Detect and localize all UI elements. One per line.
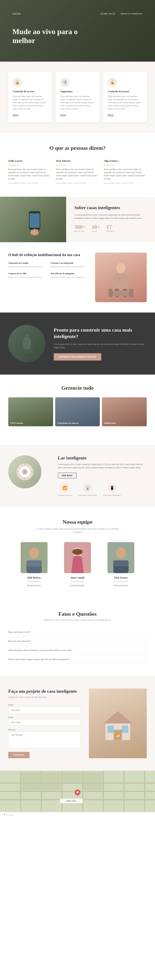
manage-heading: Gerencie tudo [8,385,147,391]
member-link-3[interactable]: Imagem do Projeto [102,584,139,586]
author-1: Stella Larsen [8,159,51,162]
faq-item-4[interactable]: Nam sit amet dolor etiquet, tempor quis … [8,655,147,664]
name-group: Name [8,704,81,713]
faq-arrow-2: › [146,640,147,643]
svg-rect-18 [23,337,31,350]
email-input[interactable] [8,719,81,725]
message-input[interactable] [8,732,81,748]
manage-img-label-1: CFTV externo [10,422,23,424]
cta-text: Lorem ipsum dolor sit amet, consectetur … [54,342,147,349]
feature-more-3[interactable]: MAIS [108,114,114,116]
contact-sub: Sample text. Click to select the Text El… [8,695,81,699]
svg-marker-41 [103,711,132,724]
hub-feature-desc-4: Sample text. Click to select the Text El… [51,276,89,279]
contact-image: 📶 [89,689,147,758]
avatar-bob-svg [21,542,47,573]
about-section: Sobre casas inteligentes Lorem ipsum dol… [0,197,155,242]
hero-section: logo HOME PAGE ABOUT COMPANY Mude ao viv… [0,0,155,62]
svg-rect-62 [43,784,61,790]
hub-feature-title-4: Tela HD de 10 polegadas [51,272,89,275]
svg-point-2 [33,213,36,214]
feature-more-2[interactable]: MAIS [60,114,66,116]
feature-title-3: Controle de acesso [108,90,142,93]
member-link-1[interactable]: Imagem do Projeto [16,584,53,586]
feature-desc-2: Proin sed libero amet, erat faucibus lig… [60,95,95,110]
testimonial-1: Stella Larsen ★★★★★ Proin sed libero ame… [8,159,51,184]
svg-rect-6 [33,229,36,233]
name-input[interactable] [8,707,81,713]
sf-icon-label-2: Gerenciado centralmente [78,494,97,496]
hero-title: Mude ao vivo para o melhor [13,27,99,45]
faq-question-3: What education and/or training do you ha… [8,649,72,651]
contact-heading: Faça um projeto de casa inteligente [8,689,81,694]
feature-title-2: Segurança [60,90,95,93]
faq-section: Fatos e Questões Sample text. Click to s… [0,598,155,676]
feature-icon-1: 🔒 [13,78,22,87]
submit-button[interactable]: CONTATO [8,752,30,758]
member-role-3: gerente de vendas [102,580,139,582]
svg-rect-44 [122,725,128,733]
hub-feature-title-3: Câmera de 6.5 MP [8,272,46,275]
manage-section: Gerencie tudo CFTV externo Controlador d… [0,375,155,445]
feature-more-1[interactable]: MAIS [13,114,19,116]
sf-icon-label-3: Aplicativos inteligentes [103,494,121,496]
member-name-2: Mary Smith [59,576,96,579]
sf-content: Lar inteligente Lorem ipsum dolor sit am… [58,455,147,496]
author-2: Nick Johnson [56,159,99,162]
feature-desc-3: Proin sed libero amet, erat faucibus lig… [108,95,142,110]
feature-icon-2: 🛡️ [60,78,70,87]
svg-rect-32 [27,560,42,566]
feature-card-3: 🔒 Controle de acesso Proin sed libero am… [103,72,147,122]
feature-desc-1: Proin sed libero amet, erat faucibus lig… [13,95,47,110]
hub-left: O hub de exibição multifuncional da sua … [8,253,89,302]
manage-img-3: Monitorando [102,397,147,426]
svg-rect-63 [84,784,102,790]
faq-item-3[interactable]: What education and/or training do you ha… [8,646,147,655]
stat-2: 10+ ANOS [92,224,100,232]
nav-about[interactable]: ABOUT COMPANY [120,13,142,15]
cta-image [8,325,46,362]
feature-icon-3: 🔒 [108,78,117,87]
testimonial-3: Olga Ivanova ★★★★★ Proin sed libero amet… [104,159,147,184]
hub-feature-desc-1: Sample text. Click to select the Text El… [8,266,46,268]
faq-sub: Sample text. Click to select the text. C… [8,619,147,621]
faq-arrow-4: › [146,657,147,661]
svg-rect-1 [30,213,40,228]
faq-arrow-1: › [146,630,147,633]
about-text: Lorem ipsum dolor sit amet, consectetur … [74,213,147,220]
feature-card-1: 🔒 Controle de acesso Proin sed libero am… [8,72,52,122]
stat-num-1: 300+ [74,224,85,230]
nav-home[interactable]: HOME PAGE [101,13,115,15]
hub-feature-title-1: Assistente de Google [8,262,46,264]
hub-image [95,253,147,302]
svg-rect-14 [109,291,132,296]
svg-rect-16 [129,289,133,297]
cta-button[interactable]: OBTENHA ORÇAMENTO GRÁTIS [54,353,101,361]
smart-more-button[interactable]: VER MAIS [58,473,76,479]
date-1: DEZEMBRO FINAL 2404 DE 2021 [8,182,51,184]
member-link-2[interactable]: Imagem do Projeto [59,584,96,586]
cta-content: Pronto para construir uma casa mais inte… [54,327,147,361]
testimonials-section: O que as pessoas dizem? Stella Larsen ★★… [0,133,155,197]
team-grid: Bob Brown Título membro Imagem do Projet… [8,542,147,586]
nav-links: HOME PAGE ABOUT COMPANY [101,13,142,15]
manage-img-inner-3: Monitorando [102,397,147,426]
svg-rect-15 [109,289,112,297]
member-name-3: Nick Essurs [102,576,139,579]
team-member-3: Nick Essurs gerente de vendas Imagem do … [102,542,139,586]
hub-feature-2: Chrome Cast integrado Sample text. Click… [51,262,89,268]
svg-rect-59 [63,772,82,782]
faq-item-1[interactable]: How much does it cost? › [8,627,147,636]
cta-section: Pronto para construir uma casa mais inte… [0,313,155,375]
manage-img-inner-2: Controlador de câmeras [55,397,100,426]
faq-item-2[interactable]: How Are Your Services? › [8,636,147,646]
member-role-1: Título membro [16,580,53,582]
map-inner: New York [0,771,155,812]
map-svg: New York [0,771,155,812]
sf-icon-circle-1: 📶 [60,484,70,493]
about-image-inner [0,197,66,242]
hub-feature-3: Câmera de 6.5 MP Sample text. Click to s… [8,272,46,279]
map-address: 📍 New York [3,814,14,816]
svg-point-35 [72,549,83,555]
author-3: Olga Ivanova [104,159,147,162]
